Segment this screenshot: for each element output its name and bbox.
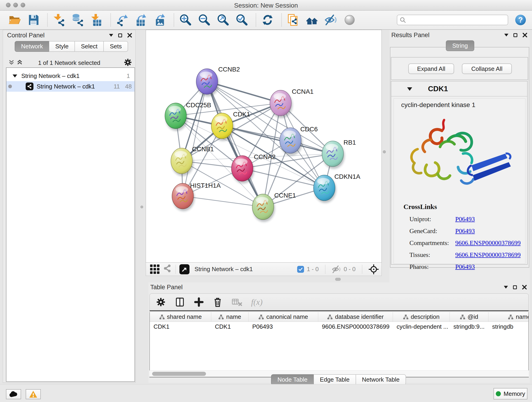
network-options-gear-icon[interactable] bbox=[123, 58, 132, 67]
network-node-ccnb2[interactable] bbox=[196, 69, 219, 97]
zoom-out-icon[interactable] bbox=[198, 13, 211, 26]
network-node-cdc25b[interactable] bbox=[165, 103, 188, 131]
network-node-ccna1[interactable] bbox=[270, 90, 293, 118]
delete-column-icon[interactable] bbox=[213, 297, 223, 307]
show-all-graphics-icon[interactable] bbox=[343, 13, 356, 26]
import-table-icon[interactable] bbox=[90, 13, 103, 26]
column-header-description[interactable]: description bbox=[393, 312, 450, 322]
tab-sets[interactable]: Sets bbox=[104, 41, 128, 52]
column-header-shared-name[interactable]: shared name bbox=[150, 312, 211, 322]
search-icon bbox=[399, 17, 406, 23]
tab-string[interactable]: String bbox=[446, 40, 474, 51]
network-collection-row[interactable]: String Network – cdk1 1 bbox=[6, 70, 134, 81]
panel-close-icon[interactable] bbox=[127, 33, 132, 38]
panel-menu-icon[interactable] bbox=[504, 34, 508, 36]
panel-menu-icon[interactable] bbox=[504, 286, 508, 288]
hide-show-icon[interactable] bbox=[324, 13, 337, 26]
show-columns-icon[interactable] bbox=[175, 297, 185, 307]
table-options-gear-icon[interactable] bbox=[156, 297, 166, 307]
crosslink-link[interactable]: P06493 bbox=[455, 227, 475, 235]
column-header-name[interactable]: name bbox=[211, 312, 249, 322]
tab-network-table[interactable]: Network Table bbox=[356, 374, 406, 385]
expand-all-button[interactable]: Expand All bbox=[408, 64, 454, 74]
collapse-all-button[interactable]: Collapse All bbox=[462, 64, 512, 74]
table-cell[interactable]: stringdb:9... bbox=[450, 322, 488, 332]
table-cell[interactable]: 9606.ENSP00000378699 bbox=[318, 322, 393, 332]
panel-float-icon[interactable] bbox=[118, 33, 122, 37]
tab-edge-table[interactable]: Edge Table bbox=[314, 374, 356, 385]
crosshair-icon[interactable] bbox=[369, 264, 379, 274]
tab-node-table[interactable]: Node Table bbox=[271, 374, 314, 385]
zoom-in-icon[interactable] bbox=[179, 13, 192, 26]
panel-close-icon[interactable] bbox=[522, 285, 527, 290]
right-splitter-handle[interactable] bbox=[383, 150, 386, 153]
network-node-cdc6[interactable] bbox=[280, 128, 302, 156]
scrollbar-thumb[interactable] bbox=[152, 372, 206, 376]
zoom-fit-icon[interactable] bbox=[217, 13, 230, 26]
network-row[interactable]: String Network – cdk1 11 48 bbox=[6, 81, 134, 92]
crosslink-link[interactable]: 9606.ENSP00000378699 bbox=[455, 251, 520, 259]
search-input[interactable] bbox=[397, 15, 508, 25]
delete-table-icon[interactable] bbox=[231, 298, 242, 307]
crosslink-link[interactable]: P06493 bbox=[455, 216, 475, 223]
crosslink-link[interactable]: P06493 bbox=[455, 263, 475, 270]
table-cell[interactable]: P06493 bbox=[249, 322, 318, 332]
string-share-icon[interactable] bbox=[163, 264, 172, 274]
network-canvas[interactable]: CCNB2CCNA1CDC25BCDK1CDC6RB1CCNB1CCNA2CDK… bbox=[146, 30, 382, 263]
left-splitter-handle[interactable] bbox=[140, 206, 143, 208]
open-in-string-icon[interactable] bbox=[179, 264, 190, 274]
gene-collapse-icon[interactable] bbox=[407, 87, 412, 91]
table-cell[interactable]: CDK1 bbox=[150, 322, 211, 332]
network-edge[interactable] bbox=[242, 168, 324, 188]
import-network-database-icon[interactable] bbox=[71, 13, 84, 26]
function-builder-icon[interactable]: f(x) bbox=[251, 297, 263, 307]
panel-float-icon[interactable] bbox=[513, 33, 517, 37]
zoom-selected-icon[interactable] bbox=[235, 13, 248, 26]
panel-menu-icon[interactable] bbox=[109, 34, 113, 37]
network-node-ccna2[interactable] bbox=[231, 156, 254, 184]
refresh-layout-icon[interactable] bbox=[261, 13, 274, 26]
clone-network-icon[interactable] bbox=[287, 13, 300, 26]
tab-select[interactable]: Select bbox=[75, 41, 104, 52]
save-session-icon[interactable] bbox=[27, 13, 40, 26]
gene-card-header[interactable]: CDK1 bbox=[391, 81, 527, 96]
selected-checkbox-icon[interactable] bbox=[297, 266, 304, 273]
network-node-cdkn1a[interactable] bbox=[314, 175, 336, 203]
column-header--id[interactable]: @id bbox=[450, 312, 488, 322]
network-node-ccne1[interactable] bbox=[252, 194, 275, 222]
collection-expand-icon[interactable] bbox=[13, 75, 17, 77]
network-node-rb1[interactable] bbox=[322, 141, 345, 169]
bottom-splitter-handle[interactable] bbox=[335, 278, 341, 281]
table-row[interactable]: CDK1CDK1P064939606.ENSP00000378699cyclin… bbox=[150, 322, 528, 332]
column-header-namespace[interactable]: namespace bbox=[488, 312, 529, 322]
hidden-eye-icon[interactable] bbox=[332, 265, 341, 274]
tab-network[interactable]: Network bbox=[15, 41, 49, 52]
grid-view-icon[interactable] bbox=[150, 264, 159, 274]
table-cell[interactable]: stringdb bbox=[488, 322, 529, 332]
export-image-icon[interactable] bbox=[153, 13, 166, 26]
memory-button[interactable]: Memory bbox=[494, 388, 527, 400]
export-table-icon[interactable] bbox=[135, 13, 147, 26]
warnings-button[interactable] bbox=[26, 389, 41, 399]
panel-float-icon[interactable] bbox=[513, 285, 517, 289]
network-node-cdk1[interactable] bbox=[211, 113, 234, 141]
network-node-ccnb1[interactable] bbox=[171, 148, 194, 176]
export-network-icon[interactable] bbox=[116, 13, 129, 26]
network-edge[interactable] bbox=[183, 196, 263, 207]
tab-style[interactable]: Style bbox=[49, 41, 75, 52]
column-header-canonical-name[interactable]: canonical name bbox=[249, 312, 318, 322]
network-graph[interactable]: CCNB2CCNA1CDC25BCDK1CDC6RB1CCNB1CCNA2CDK… bbox=[146, 30, 381, 262]
cloud-status-button[interactable] bbox=[6, 389, 21, 399]
open-session-icon[interactable] bbox=[8, 13, 21, 26]
import-network-file-icon[interactable] bbox=[53, 13, 65, 26]
create-column-icon[interactable] bbox=[194, 297, 204, 307]
table-cell[interactable]: CDK1 bbox=[211, 322, 249, 332]
crosslink-link[interactable]: 9606.ENSP00000378699 bbox=[455, 239, 520, 247]
main-toolbar: ? bbox=[0, 11, 532, 30]
column-header-database-identifier[interactable]: database identifier bbox=[318, 312, 393, 322]
network-overview-icon[interactable] bbox=[306, 13, 318, 26]
help-icon[interactable]: ? bbox=[515, 14, 526, 26]
table-cell[interactable]: cyclin-dependent ... bbox=[393, 322, 450, 332]
panel-close-icon[interactable] bbox=[522, 32, 527, 38]
network-edge[interactable] bbox=[183, 82, 207, 196]
